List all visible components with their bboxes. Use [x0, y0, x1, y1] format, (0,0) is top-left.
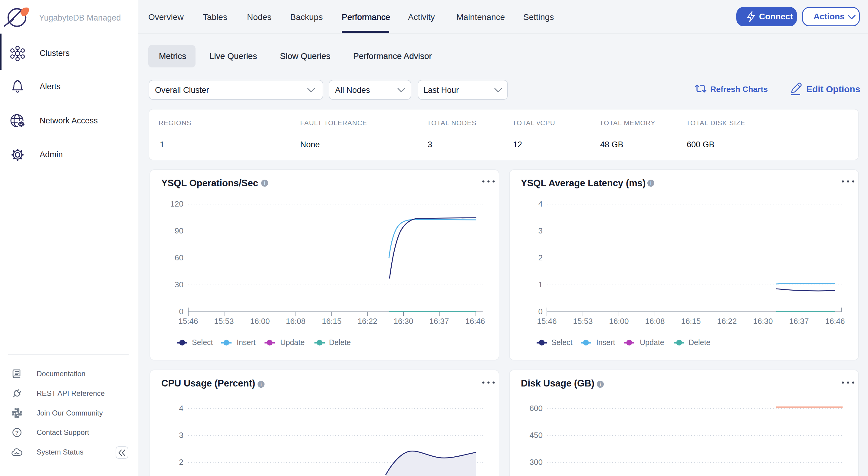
- svg-text:?: ?: [16, 430, 19, 436]
- svg-text:120: 120: [170, 199, 183, 208]
- svg-text:16:08: 16:08: [286, 317, 305, 326]
- svg-text:600: 600: [530, 404, 542, 413]
- svg-text:Select: Select: [551, 338, 572, 347]
- svg-text:16:15: 16:15: [681, 317, 701, 326]
- svg-text:16:30: 16:30: [753, 317, 773, 326]
- svg-text:Delete: Delete: [688, 338, 710, 347]
- svg-text:15:53: 15:53: [214, 317, 234, 326]
- svg-text:16:37: 16:37: [429, 317, 449, 326]
- svg-text:16:37: 16:37: [789, 317, 809, 326]
- svg-text:90: 90: [175, 226, 183, 235]
- svg-text:3: 3: [179, 431, 183, 440]
- svg-text:1: 1: [538, 280, 542, 289]
- svg-text:Select: Select: [192, 338, 213, 347]
- svg-text:Delete: Delete: [329, 338, 351, 347]
- svg-text:16:30: 16:30: [394, 317, 413, 326]
- svg-text:3: 3: [538, 226, 542, 235]
- svg-text:15:53: 15:53: [573, 317, 593, 326]
- svg-text:Update: Update: [280, 338, 305, 347]
- svg-text:16:22: 16:22: [717, 317, 737, 326]
- svg-text:Insert: Insert: [596, 338, 615, 347]
- svg-text:0: 0: [179, 307, 183, 316]
- svg-text:4: 4: [538, 199, 542, 208]
- svg-text:16:00: 16:00: [250, 317, 270, 326]
- svg-text:2: 2: [538, 253, 542, 262]
- svg-text:16:22: 16:22: [358, 317, 377, 326]
- svg-text:60: 60: [175, 253, 183, 262]
- svg-text:2: 2: [179, 457, 183, 467]
- svg-text:16:15: 16:15: [322, 317, 341, 326]
- svg-text:16:00: 16:00: [609, 317, 629, 326]
- svg-text:Insert: Insert: [237, 338, 256, 347]
- svg-text:450: 450: [530, 431, 542, 440]
- svg-text:15:46: 15:46: [537, 317, 557, 326]
- svg-text:30: 30: [175, 280, 183, 289]
- svg-text:15:46: 15:46: [178, 317, 198, 326]
- svg-text:0: 0: [538, 307, 542, 316]
- svg-text:4: 4: [179, 404, 183, 413]
- svg-text:16:46: 16:46: [825, 317, 845, 326]
- svg-text:16:46: 16:46: [465, 317, 485, 326]
- svg-text:Update: Update: [640, 338, 664, 347]
- svg-text:16:08: 16:08: [645, 317, 664, 326]
- svg-text:300: 300: [530, 457, 542, 467]
